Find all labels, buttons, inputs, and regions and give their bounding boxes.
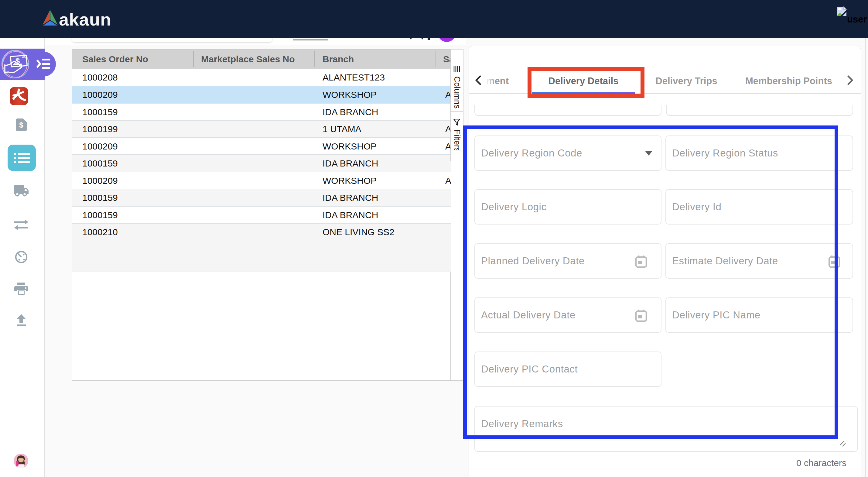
svg-text:$: $ <box>19 121 23 129</box>
svg-text:$: $ <box>16 57 20 66</box>
